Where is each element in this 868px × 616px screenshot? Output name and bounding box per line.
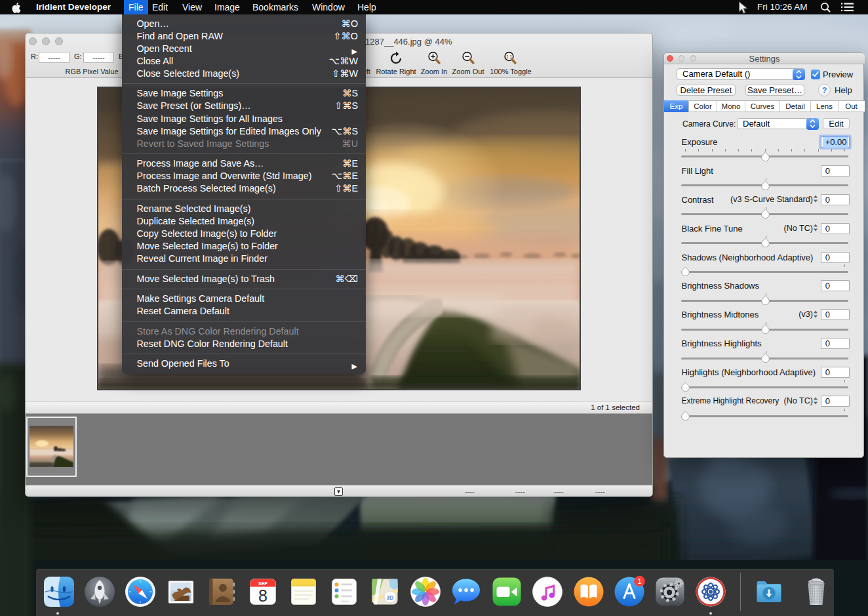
svg-text:8: 8	[258, 586, 267, 605]
svg-text:3D: 3D	[386, 594, 393, 601]
svg-text:1:1: 1:1	[506, 54, 512, 59]
svg-text:SEP: SEP	[258, 581, 267, 586]
svg-text:1: 1	[637, 577, 641, 585]
